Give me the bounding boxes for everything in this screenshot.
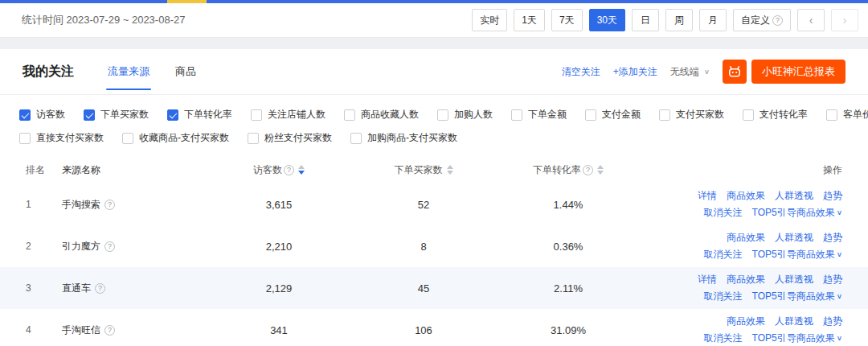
metric-checkbox-order-amount[interactable]: 下单金额 (511, 108, 567, 122)
help-icon: ? (772, 15, 783, 26)
row-order-buyers: 8 (351, 241, 496, 253)
unfollow-link[interactable]: 取消关注 (704, 288, 743, 305)
unfollow-link[interactable]: 取消关注 (704, 204, 743, 221)
metric-label: 直接支付买家数 (36, 131, 104, 145)
tab-products[interactable]: 商品 (175, 49, 196, 94)
range-month-button[interactable]: 月 (699, 9, 727, 31)
audience-insight-link[interactable]: 人群透视 (775, 229, 813, 246)
report-button[interactable]: 小旺神汇总报表 (751, 60, 845, 84)
unfollow-link[interactable]: 取消关注 (704, 330, 743, 346)
help-icon[interactable]: ? (104, 200, 115, 210)
metric-label: 加购人数 (454, 108, 493, 122)
metric-checkbox-pay-buyers[interactable]: 支付买家数 (659, 108, 724, 122)
help-icon[interactable]: ? (284, 165, 294, 175)
table-row: 2 引力魔方 ? 2,210 8 0.36% 商品效果 人群透视 趋势 取消关注… (0, 225, 868, 267)
unfollow-link[interactable]: 取消关注 (704, 246, 743, 263)
metric-checkbox-fans-pay-buyers[interactable]: 粉丝支付买家数 (248, 131, 332, 145)
row-visitors: 2,210 (207, 241, 351, 253)
mascot-button[interactable] (723, 60, 747, 84)
help-icon[interactable]: ? (95, 283, 105, 294)
sort-order-buyers[interactable] (447, 165, 453, 175)
metric-row-1: 访客数 下单买家数 下单转化率 关注店铺人数 商品收藏人数 加购人数 (19, 108, 849, 122)
row-actions: 商品效果 人群透视 趋势 取消关注 TOP5引导商品效果 ∨ (641, 229, 842, 263)
terminal-select[interactable]: 无线端 ∨ (670, 65, 710, 79)
row-visitors: 3,615 (207, 199, 351, 211)
top5-effect-label: TOP5引导商品效果 (752, 288, 835, 305)
help-icon[interactable]: ? (104, 241, 115, 252)
action-links-line2: 取消关注 TOP5引导商品效果 ∨ (641, 288, 842, 305)
tab-traffic-source[interactable]: 流量来源 (108, 49, 149, 94)
trend-link[interactable]: 趋势 (823, 313, 842, 330)
checkbox-icon (344, 109, 355, 121)
metric-checkbox-shop-followers[interactable]: 关注店铺人数 (251, 108, 326, 122)
item-effect-link[interactable]: 商品效果 (727, 187, 765, 204)
help-icon[interactable]: ? (104, 325, 115, 336)
metric-row-2: 直接支付买家数 收藏商品-支付买家数 粉丝支付买家数 加购商品-支付买家数 (19, 131, 849, 145)
metric-checkbox-pay-cvr[interactable]: 支付转化率 (743, 108, 808, 122)
checkbox-icon (84, 109, 95, 121)
trend-link[interactable]: 趋势 (823, 187, 842, 204)
metric-checkbox-order-cvr[interactable]: 下单转化率 (167, 108, 232, 122)
range-custom-button[interactable]: 自定义 ? (733, 9, 791, 31)
action-links-line1: 详情 商品效果 人群透视 趋势 (641, 271, 842, 288)
top5-effect-link[interactable]: TOP5引导商品效果 ∨ (752, 288, 842, 305)
trend-link[interactable]: 趋势 (823, 229, 842, 246)
row-rank: 2 (26, 241, 62, 252)
metric-label: 商品收藏人数 (361, 108, 419, 122)
metric-checkbox-collect-pay-buyers[interactable]: 收藏商品-支付买家数 (122, 131, 229, 145)
table-header-row: 排名 来源名称 访客数 ? 下单买家数 下单转化率 ? 操作 (0, 156, 868, 183)
chevron-down-icon: ∨ (837, 290, 842, 304)
item-effect-link[interactable]: 商品效果 (727, 229, 765, 246)
header-order-buyers: 下单买家数 (351, 163, 496, 177)
row-order-cvr: 2.11% (496, 282, 641, 295)
item-effect-link[interactable]: 商品效果 (727, 313, 765, 330)
trend-link[interactable]: 趋势 (823, 271, 842, 288)
metric-checkbox-cart-pay-buyers[interactable]: 加购商品-支付买家数 (350, 131, 457, 145)
top5-effect-link[interactable]: TOP5引导商品效果 ∨ (752, 204, 842, 221)
detail-link[interactable]: 详情 (698, 271, 717, 288)
detail-link[interactable]: 详情 (698, 187, 717, 204)
row-actions: 详情 商品效果 人群透视 趋势 取消关注 TOP5引导商品效果 ∨ (641, 187, 842, 221)
item-effect-link[interactable]: 商品效果 (727, 271, 765, 288)
my-focus-panel: 我的关注 流量来源 商品 清空关注 +添加关注 无线端 ∨ (0, 49, 868, 346)
audience-insight-link[interactable]: 人群透视 (775, 313, 813, 330)
metric-checkbox-direct-pay-buyers[interactable]: 直接支付买家数 (19, 131, 104, 145)
range-30day-button[interactable]: 30天 (589, 9, 625, 31)
metric-label: 下单买家数 (100, 108, 149, 122)
metric-checkbox-cart-adders[interactable]: 加购人数 (437, 108, 493, 122)
sort-visitors[interactable] (298, 165, 305, 175)
checkbox-icon (167, 109, 178, 121)
date-range-group: 实时 1天 7天 30天 日 周 月 自定义 ? ‹ › (472, 9, 858, 31)
metric-label: 下单金额 (528, 108, 567, 122)
top5-effect-label: TOP5引导商品效果 (752, 246, 835, 263)
metric-checkbox-visitors[interactable]: 访客数 (19, 108, 65, 122)
table-row: 1 手淘搜索 ? 3,615 52 1.44% 详情 商品效果 人群透视 趋势 … (0, 183, 868, 225)
help-icon[interactable]: ? (583, 165, 593, 175)
metric-checkbox-order-buyers[interactable]: 下单买家数 (84, 108, 149, 122)
add-focus-link[interactable]: +添加关注 (613, 65, 657, 79)
metric-label: 下单转化率 (184, 108, 232, 122)
range-week-button[interactable]: 周 (665, 9, 693, 31)
metric-checkbox-item-collectors[interactable]: 商品收藏人数 (344, 108, 419, 122)
prev-period-button[interactable]: ‹ (797, 9, 825, 31)
audience-insight-link[interactable]: 人群透视 (775, 187, 813, 204)
range-7day-button[interactable]: 7天 (551, 9, 583, 31)
source-name-label: 直通车 (62, 282, 91, 295)
table-row-highlighted: 3 直通车 ? 2,129 45 2.11% 详情 商品效果 人群透视 趋势 取… (0, 267, 868, 309)
top5-effect-link[interactable]: TOP5引导商品效果 ∨ (752, 330, 842, 346)
audience-insight-link[interactable]: 人群透视 (775, 271, 813, 288)
top5-effect-link[interactable]: TOP5引导商品效果 ∨ (752, 246, 842, 263)
range-custom-label: 自定义 (741, 14, 770, 27)
checkbox-icon (585, 109, 596, 121)
range-day-button[interactable]: 日 (632, 9, 659, 31)
row-source-name: 手淘旺信 ? (62, 323, 207, 337)
action-links-line1: 详情 商品效果 人群透视 趋势 (641, 187, 842, 204)
range-1day-button[interactable]: 1天 (514, 9, 545, 31)
metric-checkbox-pay-amount[interactable]: 支付金额 (585, 108, 641, 122)
action-links-line2: 取消关注 TOP5引导商品效果 ∨ (641, 246, 842, 263)
clear-focus-link[interactable]: 清空关注 (562, 65, 600, 79)
next-period-button[interactable]: › (831, 9, 858, 31)
metric-checkbox-avg-order-value[interactable]: 客单价 (826, 108, 868, 122)
range-realtime-button[interactable]: 实时 (472, 9, 507, 31)
sort-order-cvr[interactable] (597, 165, 604, 175)
